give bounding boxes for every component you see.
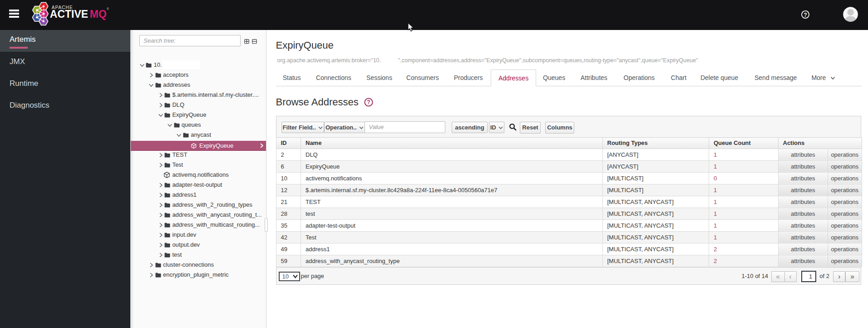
svg-text:?: ? — [367, 99, 370, 105]
svg-text:MQ: MQ — [90, 8, 107, 20]
svg-text:?: ? — [804, 12, 807, 18]
svg-text:®: ® — [107, 7, 109, 10]
svg-text:ACTIVE: ACTIVE — [50, 8, 88, 20]
